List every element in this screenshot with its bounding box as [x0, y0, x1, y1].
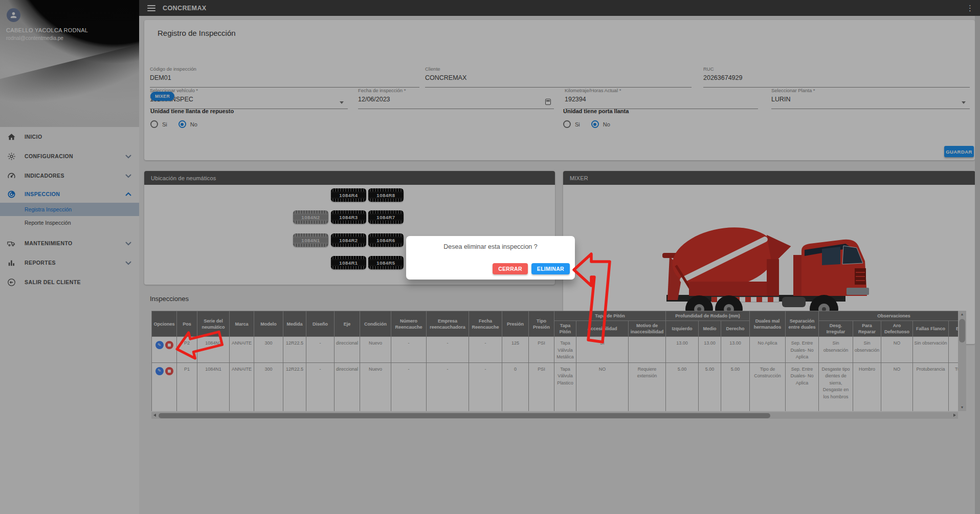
col-group-header: Profundidad de Rodado (mm): [666, 311, 750, 321]
kilometraje-field[interactable]: Kilometraje/Horas Actual * 192394: [565, 87, 758, 109]
registration-card: Registro de Inspección Código de inspecc…: [144, 20, 975, 160]
table-row: ✎P11084N1ANNAITE30012R22.5-direccionalNu…: [152, 362, 959, 411]
porta-llanta-radios: Si No: [563, 120, 617, 128]
tire-button-1084r4[interactable]: 1084R4: [331, 188, 366, 202]
col-header: Número Reencauche: [391, 311, 427, 337]
col-header: Fecha Reencauche: [469, 311, 502, 337]
table-cell: 5.00: [721, 362, 750, 411]
radio-si[interactable]: [150, 120, 158, 128]
field-label: Seleccionar vehículo *: [150, 87, 348, 93]
page-scrollbar[interactable]: [975, 16, 980, 514]
sidebar-item-inspeccion[interactable]: INSPECCION: [0, 185, 139, 203]
inspections-table: OpcionesPosSerie del neumáticoMarcaModel…: [151, 311, 958, 411]
calendar-icon[interactable]: [545, 99, 551, 105]
avatar: [7, 8, 20, 22]
tire-label: 1084N1: [301, 238, 320, 243]
llanta-repuesto-label: Unidad tiene llanta de repuesto: [150, 108, 234, 114]
tire-label: 1084R2: [339, 238, 358, 243]
tire-label: 1084R8: [376, 192, 395, 198]
close-button[interactable]: CERRAR: [493, 263, 528, 274]
sidebar-item-label: INICIO: [25, 134, 42, 140]
radio-no[interactable]: [591, 120, 599, 128]
sidebar-item-inicio[interactable]: INICIO: [0, 127, 139, 146]
table-cell: NO: [881, 362, 913, 411]
sidebar-item-reportes[interactable]: REPORTES: [0, 253, 139, 272]
tire-button-1084r3[interactable]: 1084R3: [331, 210, 366, 224]
sidebar-item-label: INSPECCION: [25, 191, 60, 197]
delete-button[interactable]: ELIMINAR: [531, 263, 570, 274]
table-cell: 13.00: [666, 337, 699, 363]
sidebar-subitem-reporte-inspecci-n[interactable]: Reporte Inspección: [0, 216, 139, 229]
edit-icon[interactable]: ✎: [155, 367, 164, 375]
table-cell: 12R22.5: [283, 337, 306, 363]
chevron-down-icon: [125, 258, 132, 267]
tire-button-1084r1[interactable]: 1084R1: [331, 256, 366, 269]
tire-button-1084n2: 1084N2: [293, 210, 328, 224]
ruc-field[interactable]: RUC 20263674929: [703, 65, 970, 88]
col-subheader: Accesibilidad: [576, 321, 629, 337]
col-header: Diseño: [306, 311, 335, 337]
field-label: RUC: [703, 65, 970, 72]
field-label: Fecha de inspección *: [358, 87, 554, 93]
radio-si[interactable]: [563, 120, 571, 128]
tire-button-1084r5[interactable]: 1084R5: [368, 256, 404, 269]
vertical-scrollbar[interactable]: ▲ ▼: [958, 311, 966, 411]
col-subheader: Fallas Flanco: [913, 321, 949, 337]
hamburger-menu-icon[interactable]: [147, 5, 155, 11]
delete-icon[interactable]: [165, 367, 173, 375]
mixer-panel-header: MIXER: [563, 171, 975, 185]
sidebar-item-salir-del-cliente[interactable]: SALIR DEL CLIENTE: [0, 272, 139, 292]
table-cell: ANNAITE: [230, 337, 254, 363]
horizontal-scrollbar[interactable]: [151, 412, 958, 419]
horizontal-scroll-thumb[interactable]: [159, 413, 770, 418]
table-cell: 13.00: [699, 337, 721, 363]
scroll-down-icon[interactable]: ▼: [958, 404, 966, 411]
sidebar-item-configuracion[interactable]: CONFIGURACION: [0, 146, 139, 166]
tire-button-1084r7[interactable]: 1084R7: [368, 210, 404, 224]
scroll-up-icon[interactable]: ▲: [958, 311, 966, 318]
table-cell: 125: [502, 337, 529, 363]
delete-icon[interactable]: [165, 341, 173, 349]
table-cell: Sin observación: [913, 337, 949, 363]
fecha-inspeccion-field[interactable]: Fecha de inspección * 12/06/2023: [358, 87, 554, 109]
inspection-icon: [7, 189, 16, 199]
tire-label: 1084R4: [339, 192, 358, 198]
col-header: Pos: [177, 311, 197, 337]
planta-select[interactable]: Seleccionar Planta * LURIN: [771, 87, 970, 109]
chevron-down-icon: [125, 239, 132, 248]
tire-button-1084r8[interactable]: 1084R8: [368, 188, 404, 202]
gear-icon: [7, 152, 16, 161]
codigo-inspeccion-field[interactable]: Código de inspección DEM01: [150, 65, 419, 88]
sidebar-subitem-registra-inspecci-n[interactable]: Registra Inspección: [0, 203, 139, 216]
tire-button-1084r2[interactable]: 1084R2: [331, 233, 366, 247]
table-cell: 12R22.5: [283, 362, 306, 411]
save-button[interactable]: GUARDAR: [944, 146, 974, 157]
tire-button-1084r6[interactable]: 1084R6: [368, 233, 404, 247]
mixer-panel-title: MIXER: [570, 175, 588, 181]
col-subheader: Es: [949, 321, 958, 337]
cliente-field[interactable]: Cliente CONCREMAX: [425, 65, 692, 88]
scroll-left-icon[interactable]: [153, 414, 156, 417]
col-header: Condición: [360, 311, 391, 337]
exit-icon: [7, 277, 16, 287]
tire-label: 1084N2: [301, 215, 320, 220]
kebab-menu-icon[interactable]: ⋮: [966, 4, 974, 12]
table-cell: 1084N1: [197, 362, 230, 411]
table-cell: Desgaste tipo dientes de sierra, Desgast…: [819, 362, 853, 411]
chevron-down-icon: [340, 101, 344, 104]
col-header: Presión: [502, 311, 529, 337]
sidebar-item-mantenimiento[interactable]: MANTENIMIENTO: [0, 233, 139, 253]
vehiculo-select[interactable]: Seleccionar vehículo * 1084 / INSPEC: [150, 87, 348, 109]
vehicle-type-chip: MIXER: [150, 92, 174, 101]
truck-icon: [7, 239, 16, 248]
tires-panel-header: Ubicación de neumáticos: [144, 171, 555, 185]
tire-label: 1084R6: [376, 238, 395, 243]
scroll-right-icon[interactable]: [953, 414, 956, 417]
field-label: Código de inspección: [150, 65, 419, 72]
vertical-scroll-thumb[interactable]: [959, 319, 965, 342]
edit-icon[interactable]: ✎: [155, 341, 164, 349]
tire-label: 1084R1: [339, 260, 358, 266]
sidebar-item-indicadores[interactable]: INDICADORES: [0, 166, 139, 185]
table-cell: Hombro: [853, 362, 881, 411]
radio-no[interactable]: [179, 120, 186, 128]
